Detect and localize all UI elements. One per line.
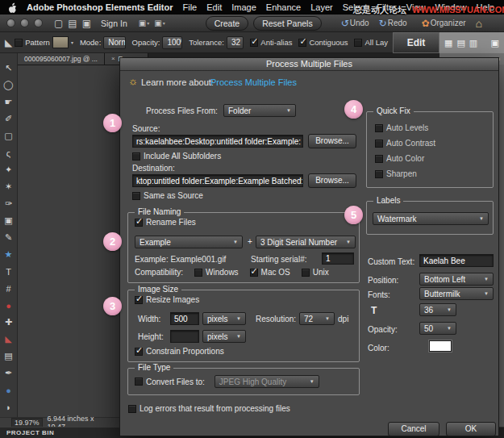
menu-enhance[interactable]: Enhance bbox=[266, 2, 301, 12]
menu-image[interactable]: Image bbox=[231, 2, 256, 12]
open-combo-icon[interactable]: ▣ ▾ bbox=[154, 19, 165, 27]
sign-in-link[interactable]: Sign In bbox=[101, 19, 127, 28]
organizer-button[interactable]: ✿ Organizer bbox=[422, 19, 466, 28]
cancel-button[interactable]: Cancel bbox=[388, 422, 439, 436]
process-from-dropdown[interactable]: Folder bbox=[223, 104, 296, 117]
tab-edit[interactable]: Edit bbox=[393, 32, 439, 53]
constrain-proportions-checkbox[interactable] bbox=[135, 348, 143, 356]
healing-brush-tool[interactable]: ✚ bbox=[0, 314, 18, 331]
width-unit-dropdown[interactable]: pixels bbox=[202, 312, 246, 325]
quick-selection-tool[interactable]: ✦ bbox=[0, 161, 18, 178]
smudge-tool[interactable]: ✒ bbox=[0, 365, 18, 382]
type-tool[interactable]: T bbox=[0, 263, 18, 280]
resize-images-checkbox[interactable] bbox=[135, 296, 143, 304]
contiguous-checkbox[interactable] bbox=[298, 39, 306, 47]
new-file-icon[interactable]: ▢ bbox=[54, 19, 63, 28]
custom-text-field[interactable]: Kaelah Bee bbox=[419, 254, 494, 267]
auto-levels-checkbox[interactable] bbox=[375, 124, 383, 132]
mac-os-checkbox[interactable] bbox=[250, 269, 258, 277]
all-layers-checkbox[interactable] bbox=[354, 39, 362, 47]
paint-bucket-tool[interactable]: ◣ bbox=[0, 331, 18, 348]
shape-tool[interactable]: ★ bbox=[0, 246, 18, 263]
magic-wand-tool[interactable]: ✶ bbox=[0, 178, 18, 195]
app-toolbar: ▢ ▤ ▣ Sign In ▣ ▾ ▣ ▾ Create Reset Panel… bbox=[0, 15, 504, 32]
same-as-source-checkbox[interactable] bbox=[132, 192, 140, 200]
window-close-button[interactable] bbox=[6, 19, 15, 27]
redo-button[interactable]: ↻ Redo bbox=[379, 19, 407, 28]
marquee-tool[interactable]: ▢ bbox=[0, 127, 18, 144]
panel-bin-edge bbox=[499, 65, 504, 427]
gradient-tool[interactable]: ▤ bbox=[0, 348, 18, 365]
zoom-tool[interactable]: ◯ bbox=[0, 77, 18, 94]
pattern-swatch[interactable] bbox=[52, 36, 69, 48]
destination-path-field[interactable]: ktop:untitled folder:Example:Example Bat… bbox=[132, 174, 303, 187]
source-path-field[interactable]: rs:kaelahbee:Desktop:untitled folder:Exa… bbox=[132, 135, 303, 148]
create-button[interactable]: Create bbox=[206, 16, 249, 31]
move-tool[interactable]: ↖ bbox=[0, 60, 18, 77]
zoom-level[interactable]: 19.97% bbox=[11, 418, 43, 428]
pencil-tool[interactable]: ✎ bbox=[0, 229, 18, 246]
convert-format-dropdown[interactable]: JPEG High Quality bbox=[215, 375, 319, 388]
panel-grid-icon[interactable]: ▦ bbox=[444, 38, 452, 48]
unix-checkbox[interactable] bbox=[302, 269, 310, 277]
learn-more-link[interactable]: Process Multiple Files bbox=[210, 77, 297, 87]
window-minimize-button[interactable] bbox=[20, 19, 29, 27]
eyedropper-tool[interactable]: ✐ bbox=[0, 111, 18, 127]
reset-panels-button[interactable]: Reset Panels bbox=[253, 16, 321, 31]
panel-rows-icon[interactable]: ▤ bbox=[456, 38, 464, 48]
file-name-dropdown[interactable]: Example bbox=[135, 236, 243, 248]
resolution-dropdown[interactable]: 72 bbox=[299, 312, 335, 325]
panel-box-icon[interactable]: ▣ bbox=[491, 38, 499, 48]
open-file-icon[interactable]: ▤ bbox=[68, 19, 77, 28]
sharpen-checkbox[interactable] bbox=[375, 170, 383, 178]
hand-tool[interactable]: ☛ bbox=[0, 94, 18, 111]
height-field[interactable] bbox=[170, 330, 199, 343]
pattern-checkbox[interactable] bbox=[15, 39, 23, 47]
dialog-title[interactable]: Process Multiple Files bbox=[120, 58, 498, 71]
destination-browse-button[interactable]: Browse... bbox=[308, 173, 356, 188]
menu-edit[interactable]: Edit bbox=[206, 2, 222, 12]
save-file-icon[interactable]: ▣ bbox=[82, 19, 91, 28]
close-tab-icon[interactable]: × bbox=[111, 53, 115, 65]
new-combo-icon[interactable]: ▣ ▾ bbox=[139, 19, 149, 27]
opacity-dropdown[interactable]: 100% bbox=[162, 36, 182, 49]
crop-tool[interactable]: # bbox=[0, 280, 18, 297]
red-eye-tool[interactable]: ● bbox=[0, 297, 18, 314]
serial-number-dropdown[interactable]: 3 Digit Serial Number bbox=[256, 236, 356, 248]
anti-alias-checkbox[interactable] bbox=[250, 39, 258, 47]
menu-file[interactable]: File bbox=[183, 2, 198, 12]
height-unit-dropdown[interactable]: pixels bbox=[202, 330, 246, 343]
window-zoom-button[interactable] bbox=[34, 19, 43, 27]
windows-checkbox[interactable] bbox=[194, 269, 202, 277]
sponge-tool[interactable]: ◗ bbox=[0, 398, 18, 415]
source-browse-button[interactable]: Browse... bbox=[308, 134, 356, 148]
position-dropdown[interactable]: Bottom Left bbox=[419, 273, 494, 286]
tolerance-dropdown[interactable]: 32 bbox=[227, 36, 244, 49]
undo-button[interactable]: ↺ Undo bbox=[341, 19, 369, 28]
lasso-tool[interactable]: ς bbox=[0, 144, 18, 161]
starting-serial-field[interactable]: 1 bbox=[322, 252, 354, 265]
auto-contrast-checkbox[interactable] bbox=[375, 140, 383, 148]
watermark-opacity-dropdown[interactable]: 50 bbox=[419, 322, 456, 335]
ok-button[interactable]: OK bbox=[446, 422, 496, 436]
chevron-down-icon[interactable]: ▾ bbox=[71, 40, 73, 45]
fonts-dropdown[interactable]: Buttermilk bbox=[419, 287, 494, 300]
blur-tool[interactable]: ● bbox=[0, 382, 18, 398]
apple-menu-icon[interactable] bbox=[8, 2, 17, 13]
color-swatch[interactable] bbox=[429, 340, 452, 352]
brush-tool[interactable]: ✑ bbox=[0, 195, 18, 212]
mode-dropdown[interactable]: Normal bbox=[103, 36, 125, 49]
convert-files-checkbox[interactable] bbox=[135, 378, 143, 386]
font-size-dropdown[interactable]: 36 bbox=[419, 303, 456, 316]
home-icon[interactable]: ⌂ bbox=[476, 18, 482, 29]
menu-layer[interactable]: Layer bbox=[310, 2, 333, 12]
log-errors-checkbox[interactable] bbox=[128, 405, 136, 413]
auto-color-checkbox[interactable] bbox=[375, 155, 383, 163]
include-subfolders-checkbox[interactable] bbox=[132, 152, 140, 161]
document-tab-1[interactable]: 000095060007.jpg @ ... bbox=[18, 53, 105, 65]
rename-files-checkbox[interactable] bbox=[135, 219, 143, 227]
panel-cols-icon[interactable]: ▥ bbox=[469, 38, 477, 48]
width-field[interactable]: 500 bbox=[170, 312, 199, 325]
label-type-dropdown[interactable]: Watermark bbox=[373, 212, 489, 225]
clone-stamp-tool[interactable]: ▣ bbox=[0, 212, 18, 229]
